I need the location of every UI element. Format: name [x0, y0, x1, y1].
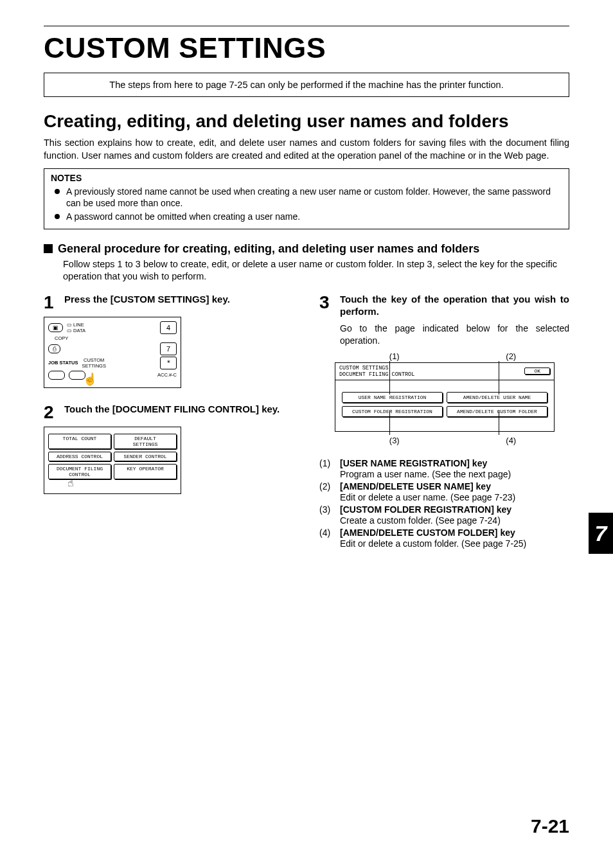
step-title-2: Touch the [DOCUMENT FILING CONTROL] key.: [64, 403, 280, 421]
custom-folder-registration-button: CUSTOM FOLDER REGISTRATION: [342, 406, 443, 417]
document-filing-control-button: DOCUMENT FILING CONTROL: [48, 464, 111, 479]
subheading: General procedure for creating, editing,…: [58, 242, 479, 256]
acc-label: ACC.#-C: [157, 372, 177, 378]
op-key-name: [USER NAME REGISTRATION] key: [340, 458, 511, 468]
line-indicator: ▭ LINE▭ DATA: [67, 322, 85, 333]
amend-delete-user-name-button: AMEND/DELETE USER NAME: [447, 392, 547, 403]
step-number-1: 1: [44, 294, 58, 312]
keypad-4: 4: [160, 321, 177, 334]
job-status-label: JOB STATUS: [48, 360, 78, 366]
keypad-star: ＊: [160, 357, 177, 369]
panel-icon: ▣: [48, 323, 63, 332]
copy-label: COPY: [55, 335, 177, 341]
keypad-7: 7: [160, 342, 177, 355]
screen-title-2: DOCUMENT FILING CONTROL: [339, 371, 414, 378]
amend-delete-custom-folder-button: AMEND/DELETE CUSTOM FOLDER: [447, 406, 547, 417]
figure-custom-settings-menu: TOTAL COUNT DEFAULT SETTINGS ADDRESS CON…: [44, 427, 181, 494]
notes-item: A previously stored name cannot be used …: [66, 186, 562, 209]
notes-box: NOTES A previously stored name cannot be…: [44, 168, 569, 229]
address-control-button: ADDRESS CONTROL: [48, 452, 111, 461]
custom-settings-label: CUSTOM SETTINGS: [82, 357, 106, 369]
section-title: Creating, editing, and deleting user nam…: [44, 111, 569, 132]
screen-title-1: CUSTOM SETTINGS: [339, 365, 414, 371]
notes-heading: NOTES: [51, 173, 562, 183]
callout-4: (4): [453, 436, 570, 445]
default-settings-button: DEFAULT SETTINGS: [114, 434, 177, 449]
panel-key: [48, 371, 65, 380]
step-number-2: 2: [44, 403, 58, 421]
top-note-box: The steps from here to page 7-25 can onl…: [44, 73, 569, 97]
total-count-button: TOTAL COUNT: [48, 434, 111, 449]
op-key-name: [AMEND/DELETE CUSTOM FOLDER] key: [340, 527, 526, 538]
page-title: CUSTOM SETTINGS: [44, 31, 569, 65]
step-number-3: 3: [319, 294, 333, 318]
ok-button: OK: [524, 368, 550, 375]
step-title-3: Touch the key of the operation that you …: [340, 294, 569, 318]
subheading-desc: Follow steps 1 to 3 below to create, edi…: [63, 258, 569, 283]
sender-control-button: SENDER CONTROL: [114, 452, 177, 461]
key-operator-button: KEY OPERATOR: [114, 464, 177, 479]
chapter-tab: 7: [589, 513, 613, 554]
op-key-desc: Program a user name. (See the next page): [340, 469, 511, 479]
panel-icon: ⎙: [48, 344, 60, 353]
square-bullet-icon: [44, 244, 53, 253]
hand-pointer-icon: ☝: [83, 372, 97, 386]
section-intro: This section explains how to create, edi…: [44, 137, 569, 162]
op-num: (2): [319, 481, 336, 502]
op-num: (3): [319, 504, 336, 526]
op-key-desc: Edit or delete a user name. (See page 7-…: [340, 492, 515, 502]
notes-item: A password cannot be omitted when creati…: [66, 211, 562, 222]
op-key-name: [CUSTOM FOLDER REGISTRATION] key: [340, 504, 511, 515]
step-sub-3: Go to the page indicated below for the s…: [340, 323, 569, 346]
operation-list: (1) [USER NAME REGISTRATION] key Program…: [319, 458, 569, 549]
figure-operation-panel: ▣ ▭ LINE▭ DATA 4 COPY ⎙ 7 JOB STATUS CUS…: [44, 317, 181, 388]
op-key-desc: Edit or delete a custom folder. (See pag…: [340, 538, 526, 549]
callout-1: (1): [336, 351, 453, 361]
user-name-registration-button: USER NAME REGISTRATION: [342, 392, 443, 403]
figure-doc-filing-control: (1) (2) CUSTOM SETTINGS DOCUMENT FILING …: [335, 351, 569, 445]
callout-3: (3): [336, 436, 453, 445]
callout-2: (2): [453, 351, 570, 361]
step-title-1: Press the [CUSTOM SETTINGS] key.: [64, 294, 230, 312]
op-num: (4): [319, 527, 336, 549]
page-number: 7-21: [531, 815, 569, 837]
op-num: (1): [319, 458, 336, 479]
op-key-desc: Create a custom folder. (See page 7-24): [340, 515, 511, 526]
op-key-name: [AMEND/DELETE USER NAME] key: [340, 481, 515, 492]
